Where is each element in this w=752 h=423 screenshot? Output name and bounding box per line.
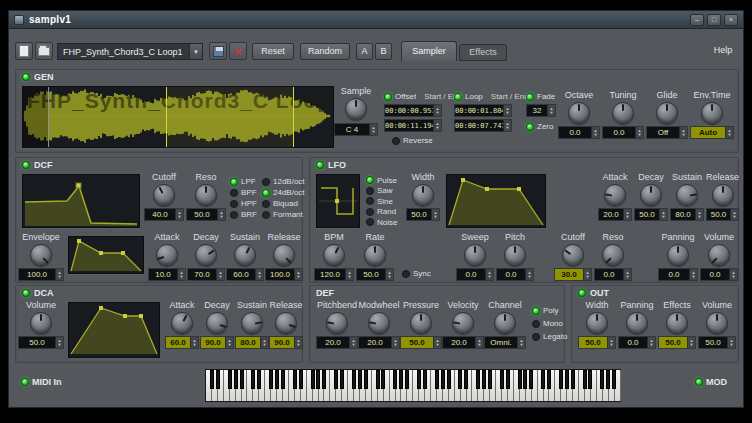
- lfo-pitch-value[interactable]: 0.0▲▼: [496, 268, 534, 281]
- filter-handle[interactable]: [76, 183, 81, 188]
- black-key[interactable]: [376, 370, 380, 389]
- reset-button[interactable]: Reset: [252, 43, 294, 60]
- spinner-arrows[interactable]: ▲▼: [727, 337, 735, 348]
- sample-note-combo[interactable]: C 4▲▼: [334, 123, 378, 136]
- dcf-attack-value[interactable]: 10.0▲▼: [148, 268, 186, 281]
- lfo-sustain-value[interactable]: 80.0▲▼: [670, 208, 704, 221]
- def-mode-poly-radio[interactable]: Poly: [532, 304, 567, 317]
- black-key[interactable]: [364, 370, 368, 389]
- spinner-arrows[interactable]: ▲▼: [260, 337, 268, 348]
- black-key[interactable]: [316, 370, 320, 389]
- adsr-handle[interactable]: [99, 306, 103, 310]
- dcf-slope-formant-radio[interactable]: Formant: [262, 209, 305, 220]
- titlebar[interactable]: samplv1 – □ ×: [9, 11, 743, 29]
- octave-value[interactable]: 0.0▲▼: [558, 126, 600, 139]
- dcf-adsr-display[interactable]: [68, 236, 144, 274]
- black-key[interactable]: [441, 370, 445, 389]
- lfo-rate-knob[interactable]: [364, 244, 386, 266]
- black-key[interactable]: [269, 370, 273, 389]
- dcf-slope-12db-radio[interactable]: 12dB/oct: [262, 176, 305, 187]
- delete-preset-button[interactable]: ×: [229, 42, 247, 60]
- black-key[interactable]: [518, 370, 522, 389]
- out-effects-knob[interactable]: [666, 312, 688, 334]
- spinner-arrows[interactable]: ▲▼: [503, 105, 511, 116]
- black-key[interactable]: [358, 370, 362, 389]
- black-key[interactable]: [228, 370, 232, 389]
- preset-combo[interactable]: FHP_Synth_Chord3_C Loop1 ▼: [57, 43, 203, 60]
- maximize-button[interactable]: □: [707, 14, 721, 26]
- dcf-attack-knob[interactable]: [156, 244, 178, 266]
- spinner-arrows[interactable]: ▲▼: [689, 269, 697, 280]
- black-key[interactable]: [311, 370, 315, 389]
- adsr-handle[interactable]: [121, 251, 125, 255]
- lfo-reso-knob[interactable]: [602, 244, 624, 266]
- adsr-handle[interactable]: [517, 187, 521, 191]
- out-volume-value[interactable]: 50.0▲▼: [698, 336, 736, 349]
- black-key[interactable]: [488, 370, 492, 389]
- sample-knob[interactable]: [345, 98, 367, 120]
- spinner-arrows[interactable]: ▲▼: [294, 337, 302, 348]
- lfo-sweep-knob[interactable]: [464, 244, 486, 266]
- black-key[interactable]: [547, 370, 551, 389]
- black-key[interactable]: [234, 370, 238, 389]
- black-key[interactable]: [352, 370, 356, 389]
- mod-indicator[interactable]: MOD: [695, 377, 727, 387]
- def-pitchbend-value[interactable]: 20.0▲▼: [316, 336, 358, 349]
- fade-value[interactable]: 32▲▼: [526, 104, 556, 117]
- new-preset-button[interactable]: [15, 42, 33, 60]
- dca-volume-value[interactable]: 50.0▲▼: [18, 336, 64, 349]
- spinner-arrows[interactable]: ▲▼: [55, 337, 63, 348]
- reverse-checkbox[interactable]: Reverse: [392, 136, 433, 145]
- dca-sustain-knob[interactable]: [241, 312, 263, 334]
- lfo-rate-value[interactable]: 50.0▲▼: [356, 268, 394, 281]
- dca-attack-value[interactable]: 60.0▲▼: [165, 336, 199, 349]
- def-pressure-knob[interactable]: [410, 312, 432, 334]
- loop-end-field[interactable]: 00:00:07.747▲▼: [454, 119, 512, 132]
- chevron-down-icon[interactable]: ▼: [189, 44, 202, 59]
- dcf-reso-knob[interactable]: [195, 184, 217, 206]
- spinner-arrows[interactable]: ▲▼: [607, 337, 615, 348]
- glide-knob[interactable]: [656, 102, 678, 124]
- spinner-arrows[interactable]: ▲▼: [217, 209, 225, 220]
- lfo-sustain-knob[interactable]: [676, 184, 698, 206]
- black-key[interactable]: [275, 370, 279, 389]
- spinner-arrows[interactable]: ▲▼: [177, 269, 185, 280]
- dcf-cutoff-value[interactable]: 40.0▲▼: [144, 208, 184, 221]
- offset-marker[interactable]: [48, 87, 49, 147]
- black-key[interactable]: [523, 370, 527, 389]
- lfo-wave-display[interactable]: [316, 174, 360, 228]
- random-button[interactable]: Random: [300, 43, 350, 60]
- adsr-handle[interactable]: [123, 314, 127, 318]
- lfo-adsr-display[interactable]: [446, 174, 546, 228]
- dcf-slope-biquad-radio[interactable]: Biquad: [262, 198, 305, 209]
- def-mode-mono-radio[interactable]: Mono: [532, 317, 567, 330]
- lfo-volume-value[interactable]: 0.0▲▼: [700, 268, 738, 281]
- spinner-arrows[interactable]: ▲▼: [679, 127, 687, 138]
- black-key[interactable]: [600, 370, 604, 389]
- fade-checkbox[interactable]: Fade: [526, 92, 555, 101]
- help-button[interactable]: Help: [707, 43, 739, 60]
- dcf-decay-knob[interactable]: [195, 244, 217, 266]
- lfo-decay-knob[interactable]: [640, 184, 662, 206]
- black-key[interactable]: [281, 370, 285, 389]
- black-key[interactable]: [588, 370, 592, 389]
- dcf-release-value[interactable]: 100.0▲▼: [265, 268, 303, 281]
- black-key[interactable]: [322, 370, 326, 389]
- black-key[interactable]: [476, 370, 480, 389]
- spinner-arrows[interactable]: ▲▼: [385, 269, 393, 280]
- def-modwheel-knob[interactable]: [368, 312, 390, 334]
- spinner-arrows[interactable]: ▲▼: [503, 120, 511, 131]
- spinner-arrows[interactable]: ▲▼: [433, 337, 441, 348]
- dca-decay-knob[interactable]: [206, 312, 228, 334]
- adsr-handle[interactable]: [461, 178, 465, 182]
- dcf-type-bpf-radio[interactable]: BPF: [230, 187, 257, 198]
- zero-checkbox[interactable]: Zero: [526, 122, 553, 131]
- spinner-arrows[interactable]: ▲▼: [349, 337, 357, 348]
- def-pitchbend-knob[interactable]: [326, 312, 348, 334]
- dcf-type-brf-radio[interactable]: BRF: [230, 209, 257, 220]
- loop-start-field[interactable]: 00:00:01.804▲▼: [454, 104, 512, 117]
- def-mode-legato-radio[interactable]: Legato: [532, 330, 567, 343]
- loop-end-marker[interactable]: [293, 87, 294, 147]
- dcf-sustain-value[interactable]: 60.0▲▼: [226, 268, 264, 281]
- tab-effects[interactable]: Effects: [459, 44, 507, 61]
